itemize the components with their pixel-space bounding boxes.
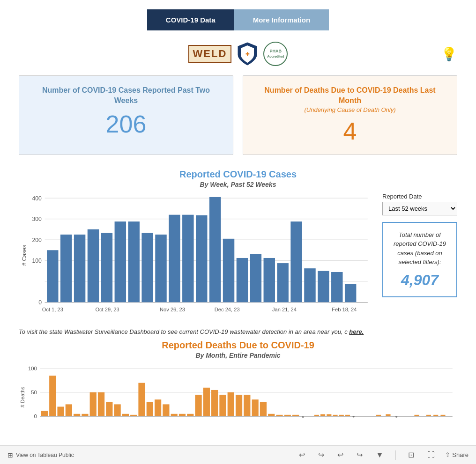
svg-text:Nov 26, 23: Nov 26, 23: [160, 307, 185, 312]
svg-rect-75: [252, 399, 259, 416]
svg-text:Dec 24, 23: Dec 24, 23: [215, 307, 240, 312]
share-button[interactable]: ⇧ Share: [445, 451, 469, 458]
svg-rect-56: [98, 392, 104, 416]
svg-rect-80: [292, 414, 299, 416]
svg-rect-70: [211, 390, 218, 416]
share-label: Share: [452, 451, 469, 458]
undo-button[interactable]: ↩: [296, 449, 308, 460]
svg-rect-51: [57, 406, 64, 416]
cases-stat-box: Number of COVID-19 Cases Reported Past T…: [19, 75, 233, 155]
svg-rect-65: [171, 413, 178, 416]
svg-rect-67: [187, 413, 193, 416]
svg-rect-17: [101, 233, 112, 302]
svg-rect-89: [376, 414, 381, 416]
cases-bar-chart-svg: 400 300 200 100 0 # Cases: [19, 193, 373, 318]
view-button[interactable]: ⊡: [405, 449, 417, 460]
wastewater-link[interactable]: here.: [349, 328, 364, 335]
total-box: Total number of reported COVID-19 cases …: [382, 222, 457, 297]
dropdown-button[interactable]: ▼: [373, 450, 386, 460]
svg-rect-83: [320, 414, 325, 416]
date-filter-select[interactable]: Last 52 weeks: [382, 202, 457, 215]
svg-rect-74: [244, 395, 250, 416]
lightbulb-icon[interactable]: 💡: [441, 46, 457, 62]
svg-rect-54: [82, 413, 88, 416]
svg-rect-28: [250, 254, 261, 302]
deaths-bar-chart-svg: 100 50 0 # Deaths: [19, 364, 457, 459]
svg-rect-60: [130, 414, 137, 416]
deaths-chart-title-plain: Reported: [162, 340, 203, 350]
svg-rect-19: [128, 221, 139, 302]
fullscreen-button[interactable]: ⛶: [424, 450, 438, 460]
cases-chart-container: 400 300 200 100 0 # Cases: [19, 193, 373, 320]
deaths-stat-label: Number of Deaths Due to COVID-19 Deaths …: [254, 85, 446, 106]
svg-rect-31: [290, 221, 302, 302]
svg-text:Jan 21, 24: Jan 21, 24: [272, 307, 297, 312]
svg-text:*: *: [302, 415, 304, 421]
svg-rect-72: [228, 392, 234, 416]
toolbar-divider: [395, 450, 396, 460]
tableau-grid-icon: ⊞: [7, 451, 13, 459]
svg-rect-58: [114, 404, 120, 416]
cases-chart-title-colored: COVID-19 Cases: [223, 169, 297, 179]
cases-chart-title-plain: Reported: [179, 169, 221, 179]
svg-rect-33: [318, 271, 329, 302]
deaths-stat-box: Number of Deaths Due to COVID-19 Deaths …: [243, 75, 457, 155]
svg-rect-76: [260, 402, 267, 416]
logos: WELD ✚ PHABAccredited: [188, 42, 288, 66]
svg-rect-85: [333, 414, 337, 416]
svg-text:100: 100: [32, 258, 42, 264]
svg-rect-30: [277, 263, 288, 302]
svg-rect-77: [268, 413, 275, 416]
svg-rect-63: [155, 399, 161, 416]
svg-rect-68: [195, 395, 201, 416]
redo2-button[interactable]: ↪: [354, 449, 365, 460]
svg-rect-27: [237, 258, 248, 302]
svg-text:200: 200: [32, 236, 42, 243]
svg-rect-53: [74, 413, 80, 416]
svg-rect-78: [276, 414, 283, 416]
svg-rect-69: [203, 387, 210, 416]
wastewater-note-text: To visit the state Wastwater Surveillanc…: [19, 328, 348, 335]
deaths-chart-title-colored: Deaths Due to COVID-19: [206, 340, 314, 350]
svg-rect-73: [236, 395, 242, 416]
svg-text:Oct 29, 23: Oct 29, 23: [95, 307, 119, 312]
undo2-button[interactable]: ↩: [335, 449, 346, 460]
view-on-tableau-label[interactable]: View on Tableau Public: [16, 452, 74, 458]
tab-more-info[interactable]: More Information: [234, 9, 329, 30]
svg-rect-15: [74, 235, 85, 302]
weld-logo: WELD: [188, 45, 232, 63]
svg-rect-82: [314, 414, 319, 416]
svg-rect-86: [339, 414, 344, 416]
svg-text:0: 0: [38, 299, 42, 306]
phab-logo: PHABAccredited: [263, 42, 288, 66]
svg-rect-66: [179, 413, 186, 416]
svg-rect-21: [155, 235, 166, 302]
deaths-chart-title: Reported Deaths Due to COVID-19: [19, 340, 457, 351]
cases-stat-label: Number of COVID-19 Cases Reported Past T…: [30, 85, 222, 106]
svg-rect-61: [138, 383, 145, 416]
svg-text:# Cases: # Cases: [21, 245, 28, 266]
deaths-stat-value: 4: [254, 117, 446, 145]
svg-rect-92: [414, 414, 419, 416]
svg-text:0: 0: [34, 413, 37, 419]
svg-text:50: 50: [31, 390, 37, 395]
svg-text:Feb 18, 24: Feb 18, 24: [332, 307, 357, 312]
logo-row: WELD ✚ PHABAccredited 💡: [0, 35, 476, 71]
share-icon: ⇧: [445, 451, 450, 458]
svg-rect-25: [209, 197, 221, 302]
deaths-stat-sublabel: (Underlying Cause of Death Only): [254, 106, 446, 113]
redo-button[interactable]: ↪: [315, 449, 327, 460]
svg-rect-57: [106, 402, 112, 416]
svg-text:Oct 1, 23: Oct 1, 23: [42, 307, 63, 312]
svg-rect-90: [386, 414, 390, 416]
svg-rect-29: [264, 258, 275, 302]
svg-rect-93: [426, 414, 431, 416]
date-filter-label: Reported Date: [382, 193, 457, 200]
svg-rect-24: [196, 215, 207, 302]
tab-bar: COVID-19 Data More Information: [0, 0, 476, 35]
cases-chart-section: Reported COVID-19 Cases By Week, Past 52…: [0, 164, 476, 324]
svg-rect-59: [122, 413, 129, 416]
svg-rect-26: [223, 239, 234, 302]
svg-rect-64: [163, 404, 169, 416]
tab-covid-data[interactable]: COVID-19 Data: [147, 9, 234, 30]
